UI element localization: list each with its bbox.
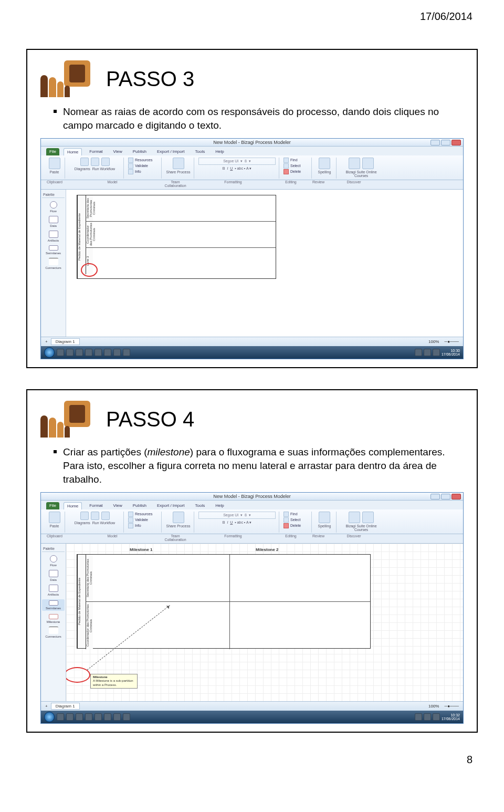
taskbar-app-icon[interactable] bbox=[57, 349, 64, 356]
paste-icon[interactable] bbox=[49, 512, 60, 523]
spelling-icon[interactable] bbox=[319, 158, 330, 169]
zoom-slider[interactable]: ─●─── bbox=[444, 339, 459, 344]
tab-export[interactable]: Export / Import bbox=[154, 148, 187, 155]
palette-milestone[interactable]: Milestone bbox=[42, 614, 65, 623]
close-icon[interactable] bbox=[452, 140, 461, 145]
minimize-icon[interactable] bbox=[430, 494, 440, 499]
taskbar-app-icon[interactable] bbox=[113, 349, 121, 356]
taskbar-app-icon[interactable] bbox=[66, 349, 74, 356]
paste-icon[interactable] bbox=[49, 158, 60, 169]
lane-label-1[interactable]: Secretaria das Promotorias Criminais bbox=[86, 195, 93, 221]
palette-artifacts[interactable]: Artifacts bbox=[42, 585, 65, 596]
resources-btn[interactable]: Resources bbox=[128, 158, 158, 163]
tab-file[interactable]: File bbox=[46, 502, 59, 509]
taskbar-clock[interactable]: 10:3217/06/2014 bbox=[442, 713, 460, 721]
validate-btn[interactable]: Validate bbox=[128, 163, 158, 169]
window-controls[interactable] bbox=[430, 494, 461, 499]
font-selector[interactable]: Segoe UI ▾ 8 ▾ bbox=[198, 158, 276, 165]
find-btn[interactable]: Find bbox=[284, 158, 308, 163]
taskbar-app-icon[interactable] bbox=[104, 713, 111, 721]
validate-btn[interactable]: Validate bbox=[128, 517, 158, 523]
palette-connectors[interactable]: Connectors bbox=[42, 258, 65, 269]
milestone-1[interactable]: Milestone 1 bbox=[130, 547, 153, 552]
taskbar-app-icon[interactable] bbox=[76, 713, 83, 721]
tray-icon[interactable] bbox=[415, 713, 422, 721]
diagrams-icon[interactable] bbox=[80, 512, 89, 520]
run-icon[interactable] bbox=[91, 158, 99, 166]
tab-export[interactable]: Export / Import bbox=[154, 502, 187, 509]
tab-format[interactable]: Format bbox=[86, 502, 106, 509]
spelling-icon[interactable] bbox=[319, 512, 330, 523]
font-selector[interactable]: Segoe UI ▾ 8 ▾ bbox=[198, 512, 276, 519]
suite-icon[interactable] bbox=[349, 512, 360, 523]
taskbar-app-icon[interactable] bbox=[85, 713, 92, 721]
taskbar-app-icon[interactable] bbox=[123, 349, 130, 356]
maximize-icon[interactable] bbox=[441, 494, 450, 499]
delete-btn[interactable]: Delete bbox=[284, 169, 308, 174]
share-icon[interactable] bbox=[173, 158, 184, 169]
tab-format[interactable]: Format bbox=[86, 148, 106, 155]
suite-icon[interactable] bbox=[349, 158, 360, 169]
format-buttons[interactable]: B I U ▪ abc ▪ A ▾ bbox=[198, 520, 276, 525]
tab-help[interactable]: Help bbox=[212, 148, 227, 155]
pool[interactable]: Pedido de Material de Expediente Secreta… bbox=[77, 554, 371, 649]
lane-label-1[interactable]: Secretaria das Promotorias Criminais bbox=[86, 555, 93, 601]
palette-flow[interactable]: Flow bbox=[42, 201, 65, 213]
palette-swimlanes[interactable]: Swimlanes bbox=[42, 245, 65, 255]
minimize-icon[interactable] bbox=[430, 140, 440, 145]
online-icon[interactable] bbox=[362, 512, 374, 523]
share-icon[interactable] bbox=[173, 512, 184, 523]
sim-icon[interactable] bbox=[101, 512, 110, 520]
taskbar-app-icon[interactable] bbox=[76, 349, 83, 356]
tab-file[interactable]: File bbox=[46, 148, 59, 155]
start-button[interactable] bbox=[44, 347, 55, 358]
select-btn[interactable]: Select bbox=[284, 163, 308, 169]
taskbar-app-icon[interactable] bbox=[123, 713, 130, 721]
online-icon[interactable] bbox=[362, 158, 374, 169]
tab-publish[interactable]: Publish bbox=[130, 148, 150, 155]
tray-icon[interactable] bbox=[415, 349, 422, 356]
taskbar-app-icon[interactable] bbox=[94, 713, 102, 721]
diagram-tab[interactable]: Diagram 1 bbox=[51, 338, 80, 345]
lane-label-2[interactable]: Coordenador das Promotorias Criminais bbox=[86, 222, 93, 247]
info-btn[interactable]: Info bbox=[128, 523, 158, 528]
tab-help[interactable]: Help bbox=[212, 502, 227, 509]
taskbar-clock[interactable]: 10:3017/06/2014 bbox=[442, 349, 460, 357]
tab-tools[interactable]: Tools bbox=[192, 148, 208, 155]
pool[interactable]: Pedido de Material de Expediente Secreta… bbox=[77, 195, 276, 279]
sim-icon[interactable] bbox=[101, 158, 110, 166]
tray-icon[interactable] bbox=[424, 349, 431, 356]
taskbar-app-icon[interactable] bbox=[104, 349, 111, 356]
run-icon[interactable] bbox=[91, 512, 99, 520]
start-button[interactable] bbox=[44, 712, 55, 722]
milestone-2[interactable]: Milestone 2 bbox=[256, 547, 279, 552]
taskbar-app-icon[interactable] bbox=[94, 349, 102, 356]
zoom-slider[interactable]: ─●─── bbox=[444, 704, 459, 709]
palette-swimlanes[interactable]: Swimlanes bbox=[42, 599, 65, 611]
taskbar-app-icon[interactable] bbox=[113, 713, 121, 721]
close-icon[interactable] bbox=[452, 494, 461, 499]
tab-home[interactable]: Home bbox=[64, 148, 82, 155]
select-btn[interactable]: Select bbox=[284, 517, 308, 523]
find-btn[interactable]: Find bbox=[284, 512, 308, 517]
palette-data[interactable]: Data bbox=[42, 216, 65, 227]
tray-icon[interactable] bbox=[433, 349, 440, 356]
format-buttons[interactable]: B I U ▪ abc ▪ A ▾ bbox=[198, 166, 276, 171]
taskbar-app-icon[interactable] bbox=[66, 713, 74, 721]
palette-connectors[interactable]: Connectors bbox=[42, 627, 65, 638]
new-diagram-icon[interactable]: + bbox=[45, 704, 48, 709]
tray-icon[interactable] bbox=[424, 713, 431, 721]
pool-label[interactable]: Pedido de Material de Expediente bbox=[77, 555, 86, 648]
maximize-icon[interactable] bbox=[441, 140, 450, 145]
tab-view[interactable]: View bbox=[110, 502, 125, 509]
new-diagram-icon[interactable]: + bbox=[45, 339, 48, 344]
tray-icon[interactable] bbox=[433, 713, 440, 721]
tab-publish[interactable]: Publish bbox=[130, 502, 150, 509]
diagram-tab[interactable]: Diagram 1 bbox=[51, 703, 80, 710]
resources-btn[interactable]: Resources bbox=[128, 512, 158, 517]
canvas[interactable]: Pedido de Material de Expediente Secreta… bbox=[66, 190, 463, 337]
canvas[interactable]: Pedido de Material de Expediente Secreta… bbox=[66, 544, 463, 701]
palette-data[interactable]: Data bbox=[42, 570, 65, 581]
info-btn[interactable]: Info bbox=[128, 169, 158, 174]
tab-view[interactable]: View bbox=[110, 148, 125, 155]
